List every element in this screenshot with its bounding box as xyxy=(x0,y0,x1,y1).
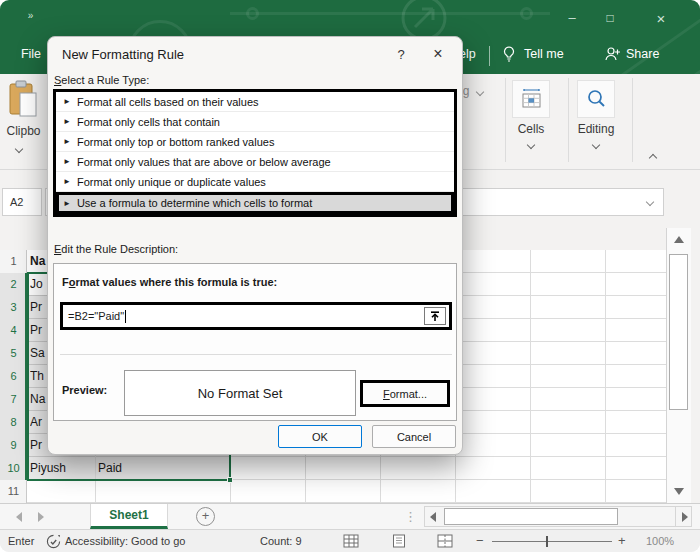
scroll-up-button[interactable] xyxy=(666,228,691,251)
row-header-11[interactable]: 11 xyxy=(0,480,27,503)
minimize-button[interactable]: – xyxy=(558,8,586,30)
file-tab[interactable]: File xyxy=(12,44,50,64)
cells-button[interactable] xyxy=(512,80,550,118)
editing-chevron-icon[interactable] xyxy=(592,141,600,149)
row-header-10[interactable]: 10 xyxy=(0,457,27,480)
rule-type-option-5[interactable]: ► Format only unique or duplicate values xyxy=(56,172,454,192)
row-header-2[interactable]: 2 xyxy=(0,273,27,296)
formula-true-label: Format values where this formula is true… xyxy=(62,276,277,288)
cell-A10[interactable]: Piyush xyxy=(30,457,92,480)
rule-type-option-4[interactable]: ► Format only values that are above or b… xyxy=(56,152,454,172)
rule-bullet-icon: ► xyxy=(63,177,71,186)
vertical-scroll-thumb[interactable] xyxy=(669,254,688,410)
accessibility-icon xyxy=(46,534,61,549)
triangle-down-icon xyxy=(674,488,684,495)
row-header-6[interactable]: 6 xyxy=(0,365,27,388)
cells-group-label[interactable]: Cells xyxy=(505,122,557,136)
status-bar: Enter Accessibility: Good to go Count: 9… xyxy=(0,529,700,552)
sheet-tab-active[interactable]: Sheet1 xyxy=(90,504,168,529)
tab-scrollbar-splitter[interactable]: ⋮ xyxy=(404,507,416,527)
cells-chevron-icon[interactable] xyxy=(527,141,535,149)
clipboard-chevron-icon[interactable] xyxy=(15,145,23,153)
zoom-out-button[interactable]: − xyxy=(476,530,484,552)
format-button[interactable]: Format... xyxy=(360,380,450,407)
rule-type-option-1[interactable]: ► Format all cells based on their values xyxy=(56,92,454,112)
rule-type-option-2[interactable]: ► Format only cells that contain xyxy=(56,112,454,132)
excel-window: » – □ × File elp Tell me Share Clipbo g xyxy=(0,0,700,552)
row-header-4[interactable]: 4 xyxy=(0,319,27,342)
rule-type-option-3[interactable]: ► Format only top or bottom ranked value… xyxy=(56,132,454,152)
rule-option-label: Format all cells based on their values xyxy=(77,96,259,108)
zoom-slider-track[interactable] xyxy=(492,541,612,542)
magnifier-icon xyxy=(584,87,608,111)
cell-B10[interactable]: Paid xyxy=(98,457,226,480)
row-header-9[interactable]: 9 xyxy=(0,434,27,457)
rule-formula-input[interactable]: =B2="Paid" xyxy=(60,302,452,330)
name-box[interactable]: A2 xyxy=(2,188,42,216)
hscroll-left-button[interactable] xyxy=(426,509,440,524)
triangle-right-icon xyxy=(38,512,44,522)
rule-bullet-icon: ► xyxy=(63,117,71,126)
row-header-1[interactable]: 1 xyxy=(0,250,27,273)
circuit-node xyxy=(246,7,259,20)
ok-button[interactable]: OK xyxy=(278,425,362,448)
tab-nav-left[interactable] xyxy=(12,510,26,524)
page-break-view-icon[interactable] xyxy=(437,534,453,548)
accessibility-status[interactable]: Accessibility: Good to go xyxy=(65,530,185,552)
triangle-up-icon xyxy=(674,236,684,243)
dialog-help-button[interactable]: ? xyxy=(390,45,412,65)
select-rule-type-label: Select a Rule Type: xyxy=(54,74,149,86)
dialog-title: New Formatting Rule xyxy=(62,47,184,62)
triangle-right-icon xyxy=(682,512,688,522)
cancel-button[interactable]: Cancel xyxy=(372,425,456,448)
hscroll-right-button[interactable] xyxy=(678,509,692,524)
dialog-close-button[interactable]: × xyxy=(424,43,452,65)
zoom-level[interactable]: 100% xyxy=(646,530,674,552)
page-layout-view-icon[interactable] xyxy=(391,534,407,548)
share-button[interactable]: Share xyxy=(626,44,672,64)
range-picker-button[interactable] xyxy=(424,307,446,325)
cell-mode-indicator[interactable]: Enter xyxy=(8,530,34,552)
sheet-tab-bar: Sheet1 + ⋮ xyxy=(0,503,700,529)
ribbon-group-separator xyxy=(568,78,569,162)
editing-group-label[interactable]: Editing xyxy=(568,122,624,136)
collapse-ribbon-icon[interactable] xyxy=(649,154,657,162)
cells-table-icon xyxy=(519,87,543,111)
rule-option-label: Use a formula to determine which cells t… xyxy=(77,197,312,209)
add-sheet-button[interactable]: + xyxy=(196,507,215,526)
close-button[interactable]: × xyxy=(646,8,676,30)
editing-button[interactable] xyxy=(577,80,615,118)
count-indicator[interactable]: Count: 9 xyxy=(260,530,302,552)
row-header-5[interactable]: 5 xyxy=(0,342,27,365)
row-header-8[interactable]: 8 xyxy=(0,411,27,434)
triangle-left-icon xyxy=(16,512,22,522)
tell-me-button[interactable]: Tell me xyxy=(524,44,578,64)
groupbox-divider xyxy=(60,354,452,355)
paste-clipboard-icon[interactable] xyxy=(8,80,38,118)
normal-view-icon[interactable] xyxy=(343,534,359,548)
lightbulb-icon xyxy=(499,44,519,64)
rule-type-listbox: ► Format all cells based on their values… xyxy=(53,89,457,217)
clipboard-group-label[interactable]: Clipbo xyxy=(0,124,47,138)
hscroll-separator xyxy=(675,506,676,527)
share-person-icon xyxy=(602,44,622,64)
tab-nav-right[interactable] xyxy=(34,510,48,524)
rule-description-groupbox: Format values where this formula is true… xyxy=(53,263,457,421)
preview-label: Preview: xyxy=(62,384,107,396)
zoom-slider-thumb[interactable] xyxy=(546,536,548,547)
maximize-button[interactable]: □ xyxy=(596,8,624,30)
formatting-chevron-icon[interactable] xyxy=(476,88,484,96)
horizontal-scroll-thumb[interactable] xyxy=(444,508,618,525)
rule-bullet-icon: ► xyxy=(63,157,71,166)
quick-access-chevrons-icon[interactable]: » xyxy=(20,6,42,26)
scroll-down-button[interactable] xyxy=(666,480,691,503)
row-header-3[interactable]: 3 xyxy=(0,296,27,319)
rule-type-option-6-selected[interactable]: ► Use a formula to determine which cells… xyxy=(56,192,454,214)
rule-option-label: Format only unique or duplicate values xyxy=(77,176,266,188)
row-header-7[interactable]: 7 xyxy=(0,388,27,411)
rule-option-label: Format only top or bottom ranked values xyxy=(77,136,274,148)
ribbon-group-separator xyxy=(505,78,506,162)
rule-bullet-icon: ► xyxy=(63,137,71,146)
gridline xyxy=(605,250,606,503)
zoom-in-button[interactable]: + xyxy=(618,530,626,552)
